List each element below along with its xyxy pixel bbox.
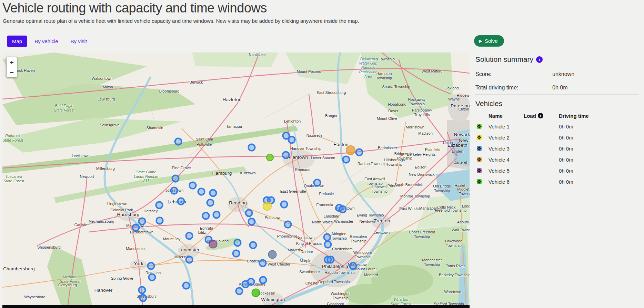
visit-marker[interactable] <box>174 138 182 146</box>
visit-marker[interactable] <box>182 282 190 290</box>
tab-map[interactable]: Map <box>7 36 27 47</box>
visit-marker[interactable] <box>313 179 321 187</box>
vehicle-driving-time: 0h 0m <box>559 157 642 163</box>
vehicle-rows: Vehicle 10h 0mVehicle 20h 0mVehicle 30h … <box>475 121 642 187</box>
visit-marker[interactable] <box>185 232 193 240</box>
load-info-icon[interactable]: i <box>538 113 543 118</box>
visit-marker[interactable] <box>185 256 193 264</box>
visit-marker[interactable] <box>249 241 257 249</box>
vehicle-marker-icon <box>477 146 482 151</box>
side-panel: ▶ Solve Solution summary i Score:unknown… <box>470 0 644 308</box>
solution-summary-table: Score:unknownTotal driving time:0h 0m <box>475 68 639 95</box>
vehicle-name: Vehicle 5 <box>489 168 524 174</box>
depot-marker[interactable] <box>268 250 277 259</box>
vehicle-row: Vehicle 30h 0m <box>475 143 642 154</box>
visit-marker[interactable] <box>155 201 163 209</box>
visit-marker[interactable] <box>213 211 221 219</box>
map-markers-layer <box>2 52 470 308</box>
zoom-in-button[interactable]: + <box>7 57 17 67</box>
depot-marker[interactable] <box>252 289 260 297</box>
visit-marker[interactable] <box>235 287 243 295</box>
page-subtitle: Generate optimal route plan of a vehicle… <box>3 18 359 24</box>
tab-bar: MapBy vehicleBy visit <box>7 36 92 47</box>
vehicle-name: Vehicle 6 <box>489 179 524 185</box>
load-column-header: Load i <box>524 113 559 119</box>
vehicle-driving-time: 0h 0m <box>559 135 642 141</box>
vehicle-marker-icon <box>477 157 482 162</box>
visit-marker[interactable] <box>209 189 217 197</box>
summary-row-label: Total driving time: <box>475 85 552 91</box>
page-title: Vehicle routing with capacity and time w… <box>2 1 267 16</box>
zoom-out-button[interactable]: − <box>7 67 17 77</box>
vehicle-driving-time: 0h 0m <box>559 179 642 185</box>
tab-by-visit[interactable]: By visit <box>66 36 92 47</box>
visit-marker[interactable] <box>349 262 357 270</box>
visit-marker[interactable] <box>324 241 332 249</box>
depot-marker[interactable] <box>209 240 218 249</box>
solution-summary-heading: Solution summary i <box>475 55 543 64</box>
vehicle-marker-icon <box>477 179 482 184</box>
visit-marker[interactable] <box>198 188 205 196</box>
map-bottom-bar <box>2 305 470 308</box>
visit-marker[interactable] <box>202 212 210 220</box>
visit-marker[interactable] <box>327 256 335 264</box>
visit-marker[interactable] <box>148 273 156 281</box>
visit-marker[interactable] <box>172 175 180 183</box>
driving-time-column-header: Driving time <box>559 113 642 119</box>
visit-marker[interactable] <box>248 218 256 226</box>
info-icon[interactable]: i <box>536 56 543 63</box>
name-column-header: Name <box>489 113 524 119</box>
vehicle-row: Vehicle 10h 0m <box>475 121 642 132</box>
vehicle-marker-icon <box>477 124 482 129</box>
summary-row: Score:unknown <box>475 68 639 81</box>
depot-marker[interactable] <box>266 154 274 161</box>
visit-marker[interactable] <box>147 262 155 270</box>
map[interactable]: HazletonAllentownReadingLancasterHarrisb… <box>2 52 470 308</box>
vehicle-row: Vehicle 50h 0m <box>475 165 642 176</box>
visit-marker[interactable] <box>207 199 214 207</box>
vehicles-table: Name Load i Driving time Vehicle 10h 0mV… <box>475 110 642 187</box>
visit-marker[interactable] <box>248 144 256 152</box>
depot-marker[interactable] <box>346 145 355 155</box>
depot-marker[interactable] <box>263 202 272 211</box>
play-icon: ▶ <box>479 39 482 43</box>
visit-marker[interactable] <box>342 156 350 164</box>
visit-marker[interactable] <box>170 187 178 195</box>
vehicle-marker-icon <box>477 135 482 140</box>
vehicle-row: Vehicle 40h 0m <box>475 154 642 165</box>
visit-marker[interactable] <box>132 224 140 232</box>
map-zoom-control: + − <box>6 57 17 78</box>
summary-row-value: unknown <box>552 71 574 77</box>
visit-marker[interactable] <box>245 209 253 217</box>
visit-marker[interactable] <box>189 182 197 190</box>
vehicle-driving-time: 0h 0m <box>559 168 642 174</box>
visit-marker[interactable] <box>232 250 240 258</box>
vehicles-table-header: Name Load i Driving time <box>475 110 642 121</box>
vehicles-heading: Vehicles <box>475 99 502 108</box>
visit-marker[interactable] <box>284 221 292 229</box>
visit-marker[interactable] <box>156 217 164 225</box>
vehicle-driving-time: 0h 0m <box>559 124 642 129</box>
vehicle-row: Vehicle 20h 0m <box>475 132 642 143</box>
visit-marker[interactable] <box>282 151 290 159</box>
vehicle-name: Vehicle 1 <box>489 124 524 129</box>
visit-marker[interactable] <box>339 205 347 213</box>
visit-marker[interactable] <box>259 259 267 267</box>
visit-marker[interactable] <box>139 294 147 302</box>
solve-button[interactable]: ▶ Solve <box>474 35 504 47</box>
summary-row-label: Score: <box>475 71 552 77</box>
visit-marker[interactable] <box>323 233 331 241</box>
visit-marker[interactable] <box>288 136 296 144</box>
vehicle-marker-icon <box>477 168 482 173</box>
visit-marker[interactable] <box>138 218 146 225</box>
visit-marker[interactable] <box>355 148 363 156</box>
visit-marker[interactable] <box>138 286 146 294</box>
visit-marker[interactable] <box>234 239 242 247</box>
vehicle-name: Vehicle 3 <box>489 146 524 152</box>
visit-marker[interactable] <box>259 276 267 284</box>
solution-summary-title: Solution summary <box>475 55 533 64</box>
visit-marker[interactable] <box>247 278 255 286</box>
tab-by-vehicle[interactable]: By vehicle <box>29 36 63 47</box>
visit-marker[interactable] <box>177 198 185 205</box>
visit-marker[interactable] <box>280 201 288 209</box>
